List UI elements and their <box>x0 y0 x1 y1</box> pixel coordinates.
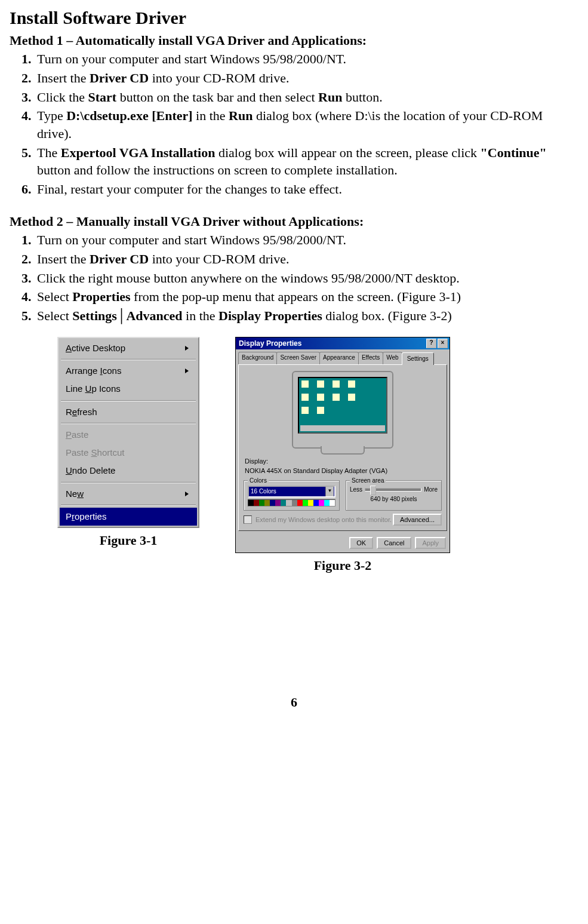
tab-appearance[interactable]: Appearance <box>319 352 359 364</box>
figure-3-2: Display Properties ? × BackgroundScreen … <box>235 337 450 574</box>
menu-item-paste-shortcut: Paste Shortcut <box>60 444 197 462</box>
monitor-preview <box>292 371 393 449</box>
menu-separator <box>61 400 196 401</box>
menu-item-undo-delete[interactable]: Undo Delete <box>60 462 197 480</box>
list-item: Turn on your computer and start Windows … <box>35 231 578 249</box>
menu-separator <box>61 505 196 506</box>
menu-separator <box>61 359 196 360</box>
apply-button[interactable]: Apply <box>415 537 446 549</box>
method2-heading: Method 2 – Manually install VGA Driver w… <box>10 213 578 231</box>
page-number: 6 <box>10 693 578 711</box>
tab-body-settings: Display: NOKIA 445X on Standard Display … <box>238 364 447 531</box>
list-item: Select Properties from the pop-up menu t… <box>35 288 578 306</box>
screen-area-legend: Screen area <box>350 477 386 485</box>
menu-item-new[interactable]: New <box>60 485 197 503</box>
figure-3-2-caption: Figure 3-2 <box>314 557 372 575</box>
ok-button[interactable]: OK <box>349 537 373 549</box>
menu-item-line-up-icons[interactable]: Line Up Icons <box>60 380 197 398</box>
color-swatch-bar <box>248 499 335 506</box>
figure-3-1: Active DesktopArrange IconsLine Up Icons… <box>57 337 199 550</box>
list-item: Click the Start button on the task bar a… <box>35 88 578 106</box>
cancel-button[interactable]: Cancel <box>377 537 411 549</box>
dialog-titlebar: Display Properties ? × <box>236 337 450 349</box>
submenu-arrow-icon <box>185 369 189 373</box>
menu-item-paste: Paste <box>60 426 197 444</box>
colors-group: Colors 16 Colors <box>244 480 340 511</box>
menu-item-arrange-icons[interactable]: Arrange Icons <box>60 362 197 380</box>
resolution-value: 640 by 480 pixels <box>350 495 438 504</box>
submenu-arrow-icon <box>185 492 189 496</box>
close-button[interactable]: × <box>438 339 448 348</box>
menu-item-properties[interactable]: Properties <box>60 508 197 526</box>
extend-desktop-checkbox <box>244 515 252 524</box>
menu-separator <box>61 482 196 483</box>
tabs-row: BackgroundScreen SaverAppearanceEffectsW… <box>236 349 450 364</box>
screen-preview <box>298 377 387 434</box>
tab-background[interactable]: Background <box>238 352 277 364</box>
list-item: Insert the Driver CD into your CD-ROM dr… <box>35 250 578 268</box>
list-item: Insert the Driver CD into your CD-ROM dr… <box>35 69 578 87</box>
screen-area-group: Screen area Less More 640 by 480 pixels <box>346 480 442 511</box>
method2-list: Turn on your computer and start Windows … <box>10 231 578 324</box>
dialog-buttons: OK Cancel Apply <box>236 533 450 552</box>
menu-separator <box>61 423 196 424</box>
resolution-slider[interactable] <box>365 488 421 492</box>
tab-screen-saver[interactable]: Screen Saver <box>276 352 320 364</box>
submenu-arrow-icon <box>185 346 189 351</box>
help-button[interactable]: ? <box>426 339 436 348</box>
display-properties-dialog: Display Properties ? × BackgroundScreen … <box>235 337 450 553</box>
figure-3-1-caption: Figure 3-1 <box>100 532 158 550</box>
list-item: Turn on your computer and start Windows … <box>35 50 578 68</box>
advanced-button[interactable]: Advanced... <box>393 514 442 526</box>
less-label: Less <box>350 486 362 494</box>
list-item: Final, restart your computer for the cha… <box>35 180 578 198</box>
list-item: Click the right mouse button anywhere on… <box>35 269 578 287</box>
tab-settings[interactable]: Settings <box>402 352 434 365</box>
page-title: Install Software Driver <box>10 6 578 30</box>
dialog-title: Display Properties <box>239 339 301 348</box>
method1-heading: Method 1 – Automatically install VGA Dri… <box>10 32 578 50</box>
context-menu: Active DesktopArrange IconsLine Up Icons… <box>57 337 199 528</box>
extend-desktop-label: Extend my Windows desktop onto this moni… <box>255 515 392 524</box>
tab-web[interactable]: Web <box>383 352 402 364</box>
colors-select[interactable]: 16 Colors <box>248 486 335 498</box>
method1-list: Turn on your computer and start Windows … <box>10 50 578 198</box>
list-item: Type D:\cdsetup.exe [Enter] in the Run d… <box>35 107 578 142</box>
tab-effects[interactable]: Effects <box>358 352 383 364</box>
display-name: NOKIA 445X on Standard Display Adapter (… <box>245 466 442 475</box>
list-item: The Expertool VGA Installation dialog bo… <box>35 144 578 179</box>
figures-row: Active DesktopArrange IconsLine Up Icons… <box>57 337 578 574</box>
menu-item-active-desktop[interactable]: Active Desktop <box>60 339 197 357</box>
menu-item-refresh[interactable]: Refresh <box>60 403 197 421</box>
display-label: Display: <box>245 457 442 466</box>
list-item: Select Settings│Advanced in the Display … <box>35 307 578 325</box>
more-label: More <box>424 486 438 494</box>
colors-legend: Colors <box>248 477 269 485</box>
